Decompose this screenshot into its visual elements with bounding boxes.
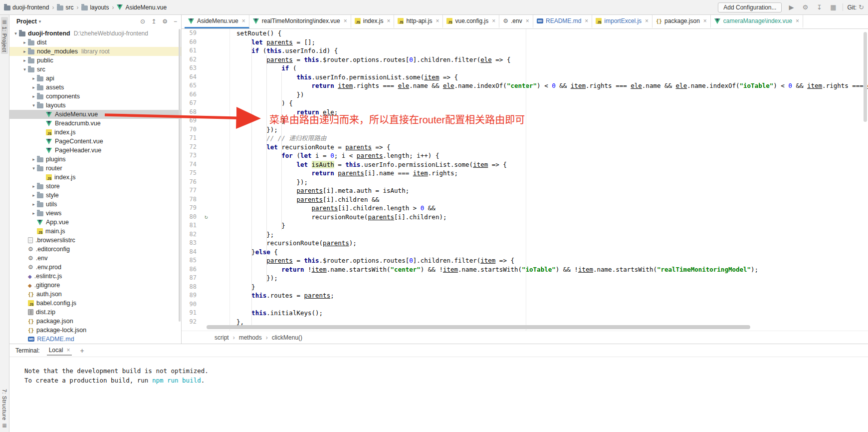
- line-number[interactable]: 85: [182, 256, 204, 265]
- editor-tab[interactable]: cameraManage\index.vue×: [711, 15, 803, 28]
- terminal-tab-local[interactable]: Local ×: [47, 345, 72, 356]
- line-number[interactable]: 84: [182, 248, 204, 257]
- line-number[interactable]: 78: [182, 195, 204, 204]
- line-number[interactable]: 66: [182, 90, 204, 99]
- add-configuration-button[interactable]: Add Configuration...: [718, 2, 782, 12]
- editor-tab[interactable]: JSvue.config.js×: [443, 15, 499, 28]
- tree-item[interactable]: ▾router: [9, 164, 181, 173]
- gear-icon[interactable]: ⚙: [162, 18, 168, 25]
- line-number[interactable]: 62: [182, 55, 204, 64]
- tree-item[interactable]: ▸store: [9, 182, 181, 191]
- line-number[interactable]: 80: [182, 213, 204, 222]
- tree-item[interactable]: ▸node_moduleslibrary root: [9, 47, 181, 56]
- tree-item[interactable]: ▸style: [9, 191, 181, 200]
- settings-icon[interactable]: ⚙: [801, 3, 810, 11]
- editor-tab[interactable]: JSindex.js×: [351, 15, 395, 28]
- editor-tab[interactable]: realTimeMonitoring\index.vue×: [249, 15, 351, 28]
- tree-item[interactable]: {}auth.json: [9, 290, 181, 299]
- tree-item[interactable]: ▸components: [9, 92, 181, 101]
- close-icon[interactable]: ×: [387, 17, 390, 24]
- line-number[interactable]: 63: [182, 64, 204, 73]
- line-number[interactable]: 76: [182, 178, 204, 187]
- close-icon[interactable]: ×: [703, 17, 707, 24]
- stripe-project-button[interactable]: ▦ 1: Project: [1, 17, 8, 54]
- run-play-icon[interactable]: ▶: [787, 3, 796, 11]
- horizontal-scrollbar[interactable]: [207, 325, 750, 329]
- line-number[interactable]: 92: [182, 318, 204, 327]
- tree-item[interactable]: AsideMenu.vue: [9, 110, 181, 119]
- line-number[interactable]: 61: [182, 46, 204, 55]
- stripe-structure-button[interactable]: 7: Structure ▦: [1, 387, 8, 430]
- close-icon[interactable]: ×: [526, 17, 529, 24]
- line-number[interactable]: 89: [182, 291, 204, 300]
- line-number[interactable]: 91: [182, 309, 204, 318]
- editor-tab[interactable]: JSimportExcel.js×: [592, 15, 652, 28]
- tree-item[interactable]: ⚙.env: [9, 254, 181, 263]
- titlebar-crumb[interactable]: AsideMenu.vue: [117, 4, 167, 11]
- chevron-right-icon[interactable]: ▸: [21, 49, 28, 54]
- tree-item[interactable]: Breadcrumb.vue: [9, 119, 181, 128]
- tree-item[interactable]: PageHeader.vue: [9, 146, 181, 155]
- tree-item[interactable]: ▸views: [9, 209, 181, 218]
- tree-item[interactable]: ▸utils: [9, 200, 181, 209]
- code-editor[interactable]: 59setRoute() {60 let parents = [];61 if …: [182, 29, 868, 331]
- chevron-right-icon[interactable]: ▸: [30, 157, 37, 162]
- close-icon[interactable]: ×: [492, 17, 495, 24]
- line-number[interactable]: 59: [182, 29, 204, 38]
- close-icon[interactable]: ×: [645, 17, 649, 24]
- chevron-right-icon[interactable]: ▸: [30, 85, 37, 90]
- titlebar-crumb[interactable]: duoji-frontend: [4, 4, 49, 11]
- line-number[interactable]: 64: [182, 73, 204, 82]
- chevron-down-icon[interactable]: ▾: [30, 166, 37, 171]
- tree-item[interactable]: ⚙.env.prod: [9, 263, 181, 272]
- tree-item[interactable]: ▾src: [9, 65, 181, 74]
- new-terminal-session-icon[interactable]: +: [80, 347, 84, 355]
- tree-item[interactable]: App.vue: [9, 218, 181, 227]
- editor-breadcrumb-item[interactable]: script: [215, 334, 229, 341]
- vertical-scrollbar[interactable]: [864, 32, 867, 122]
- chevron-right-icon[interactable]: ▸: [30, 202, 37, 207]
- editor-tab[interactable]: ⚙.env×: [499, 15, 533, 28]
- tree-item[interactable]: ▸plugins: [9, 155, 181, 164]
- chevron-right-icon[interactable]: ▸: [21, 40, 28, 45]
- close-icon[interactable]: ×: [344, 17, 347, 24]
- tree-item[interactable]: JSindex.js: [9, 128, 181, 137]
- line-number[interactable]: 86: [182, 265, 204, 274]
- close-icon[interactable]: ×: [66, 347, 70, 354]
- chevron-down-icon[interactable]: ▾: [39, 19, 41, 24]
- line-number[interactable]: 81: [182, 221, 204, 230]
- tree-item[interactable]: JSindex.js: [9, 173, 181, 182]
- line-number[interactable]: 68: [182, 108, 204, 117]
- update-project-icon[interactable]: ↧: [815, 3, 824, 11]
- tree-item[interactable]: ◆.gitignore: [9, 281, 181, 290]
- tree-item[interactable]: ▸assets: [9, 83, 181, 92]
- editor-tab[interactable]: MDREADME.md×: [533, 15, 593, 28]
- line-number[interactable]: 60: [182, 38, 204, 47]
- tree-item[interactable]: MDREADME.md: [9, 335, 181, 344]
- titlebar-crumb[interactable]: src: [57, 4, 73, 11]
- line-number[interactable]: 71: [182, 134, 204, 143]
- editor-tab[interactable]: AsideMenu.vue×: [185, 15, 249, 28]
- refresh-icon[interactable]: ↻: [859, 3, 864, 11]
- titlebar-crumb[interactable]: layouts: [81, 4, 109, 11]
- line-number[interactable]: 73: [182, 151, 204, 160]
- tree-item[interactable]: PageContent.vue: [9, 137, 181, 146]
- tree-item[interactable]: ▸public: [9, 56, 181, 65]
- chevron-right-icon[interactable]: ▸: [30, 94, 37, 99]
- line-number[interactable]: 65: [182, 81, 204, 90]
- tree-item[interactable]: ⚙.editorconfig: [9, 245, 181, 254]
- recursive-call-icon[interactable]: ↻: [204, 213, 229, 222]
- git-widget[interactable]: Git: ↻: [843, 3, 864, 11]
- editor-tab[interactable]: {}package.json×: [652, 15, 711, 28]
- terminal-output[interactable]: Note that the development build is not o…: [9, 357, 868, 432]
- chevron-right-icon[interactable]: ▸: [30, 211, 37, 216]
- line-number[interactable]: 88: [182, 283, 204, 292]
- line-number[interactable]: 67: [182, 99, 204, 108]
- editor-tab[interactable]: JShttp-api.js×: [394, 15, 443, 28]
- grid-icon[interactable]: ▦: [829, 3, 838, 11]
- tree-item[interactable]: ◆.eslintrc.js: [9, 272, 181, 281]
- chevron-right-icon[interactable]: ▸: [30, 76, 37, 81]
- locate-file-icon[interactable]: ⊙: [140, 18, 145, 25]
- tree-item[interactable]: ▸dist: [9, 38, 181, 47]
- line-number[interactable]: 79: [182, 204, 204, 213]
